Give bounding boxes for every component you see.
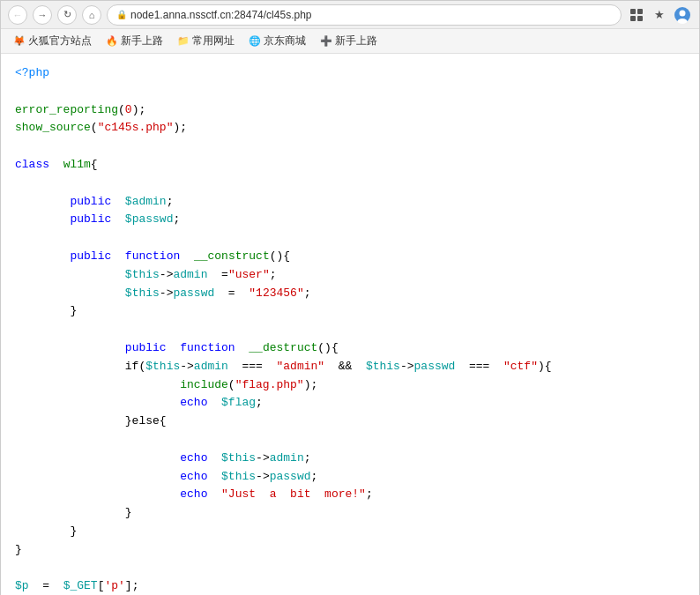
code-line-28 <box>15 560 685 578</box>
code-line-15 <box>15 321 685 339</box>
bookmark-newbie[interactable]: 🔥 新手上路 <box>101 32 168 50</box>
plus-icon: ➕ <box>320 35 332 47</box>
code-line-7 <box>15 175 685 193</box>
forward-button[interactable]: → <box>33 5 52 25</box>
bookmark-huhu[interactable]: 🦊 火狐官方站点 <box>8 32 97 50</box>
browser-frame: ← → ↻ ⌂ 🔒 node1.anna.nssctf.cn:28474/cl4… <box>0 0 700 595</box>
profile-icon[interactable] <box>673 5 692 25</box>
code-line-12: $this->admin ="user"; <box>15 266 685 285</box>
bookmarks-bar: 🦊 火狐官方站点 🔥 新手上路 📁 常用网址 🌐 京东商城 ➕ 新手上路 <box>1 29 699 54</box>
address-text: node1.anna.nssctf.cn:28474/cl45s.php <box>130 9 312 21</box>
code-line-16: public function __destruct(){ <box>15 339 685 358</box>
lock-icon: 🔒 <box>116 10 127 19</box>
bookmark-common[interactable]: 📁 常用网址 <box>172 32 240 50</box>
code-line-22: echo $this->admin; <box>15 450 685 468</box>
code-line-29: $p = $_GET['p']; <box>15 577 685 595</box>
code-line-23: echo $this->passwd; <box>15 468 685 487</box>
code-line-8: public $admin; <box>15 193 685 212</box>
code-line-11: public function __construct(){ <box>15 248 685 266</box>
star-icon[interactable]: ★ <box>650 5 669 25</box>
code-line-3: error_reporting(0); <box>15 101 685 120</box>
folder-icon: 📁 <box>177 35 190 47</box>
code-line-20: }else{ <box>15 413 685 431</box>
bookmark-huhu-label: 火狐官方站点 <box>28 33 92 48</box>
toolbar-right: ​ ★ <box>627 5 692 25</box>
svg-rect-2 <box>630 16 636 21</box>
code-line-14: } <box>15 302 685 321</box>
code-line-10 <box>15 229 685 248</box>
svg-rect-0 <box>630 9 636 14</box>
svg-rect-3 <box>637 16 643 21</box>
svg-point-5 <box>680 10 686 16</box>
code-line-1: <?php <box>15 64 685 83</box>
code-line-25: } <box>15 504 685 523</box>
huhu-icon: 🦊 <box>13 35 26 47</box>
code-line-17: if($this->admin === "admin" && $this->pa… <box>15 358 685 376</box>
bookmark-jd[interactable]: 🌐 京东商城 <box>243 32 311 50</box>
code-line-26: } <box>15 523 685 541</box>
code-line-5 <box>15 138 685 156</box>
bookmark-newbie-label: 新手上路 <box>121 33 163 48</box>
globe-icon: 🌐 <box>249 35 261 47</box>
code-line-6: class wl1m{ <box>15 156 685 175</box>
code-line-9: public $passwd; <box>15 211 685 229</box>
code-line-13: $this->passwd = "123456"; <box>15 285 685 303</box>
svg-rect-1 <box>637 9 643 14</box>
title-bar: ← → ↻ ⌂ 🔒 node1.anna.nssctf.cn:28474/cl4… <box>1 1 699 29</box>
grid-icon[interactable]: ​ <box>627 5 646 25</box>
code-line-24: echo "Just a bit more!"; <box>15 486 685 504</box>
bookmark-newbie2[interactable]: ➕ 新手上路 <box>315 32 383 50</box>
bookmark-common-label: 常用网址 <box>192 33 235 48</box>
code-line-2 <box>15 83 685 101</box>
code-line-21 <box>15 431 685 450</box>
bookmark-jd-label: 京东商城 <box>264 33 306 48</box>
bookmark-newbie2-label: 新手上路 <box>335 33 377 48</box>
address-bar[interactable]: 🔒 node1.anna.nssctf.cn:28474/cl45s.php <box>107 4 622 26</box>
code-line-4: show_source("c145s.php"); <box>15 119 685 138</box>
code-area: <?php error_reporting(0); show_source("c… <box>1 54 699 595</box>
home-button[interactable]: ⌂ <box>82 5 101 25</box>
back-button[interactable]: ← <box>8 5 27 25</box>
svg-point-6 <box>678 19 688 24</box>
fire-icon: 🔥 <box>106 35 118 47</box>
refresh-button[interactable]: ↻ <box>57 5 77 25</box>
code-line-27: } <box>15 541 685 560</box>
code-line-19: echo $flag; <box>15 394 685 413</box>
code-line-18: include("flag.php"); <box>15 376 685 395</box>
